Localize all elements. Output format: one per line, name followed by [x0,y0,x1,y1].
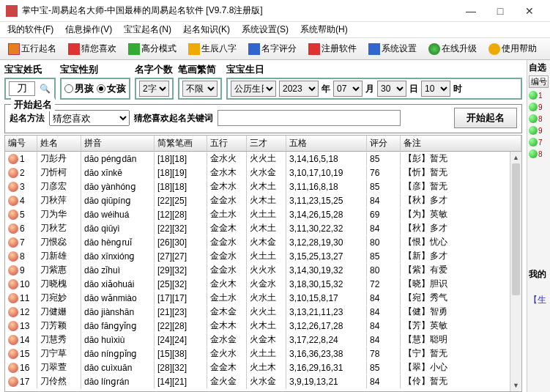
toolbar-icon [8,43,20,55]
ball-item[interactable]: 9 [529,126,543,135]
day-select[interactable]: 30 [377,81,406,97]
close-button[interactable]: ✕ [515,0,544,22]
toolbar-icon [308,43,320,55]
ball-item[interactable]: 8 [529,149,543,158]
month-select[interactable]: 07 [333,81,363,97]
method-select[interactable]: 猜您喜欢 [49,110,130,126]
app-icon [6,5,18,17]
calendar-select[interactable]: 公历生日 [231,81,276,97]
table-row[interactable]: 3刀彦宏dāo yànhónɡ[18][18]金木水火木土3,11,16,8,1… [5,180,521,193]
toolbar-button[interactable]: 注册软件 [303,40,362,57]
start-button[interactable]: 开始起名 [454,108,517,128]
ball-item[interactable]: 8 [529,114,543,123]
row-icon [8,307,18,317]
toolbar-button[interactable]: 五行起名 [3,40,62,57]
radio-female[interactable]: 女孩 [97,82,126,95]
ball-icon [529,114,538,123]
gender-label: 宝宝性别 [60,63,130,76]
table-row[interactable]: 7刀恨惢dāo hènɡruǐ[26][30]金金水火木金3,12,28,19,… [5,235,521,249]
right-col-header: 编号 [529,75,549,88]
column-header[interactable]: 编号 [5,136,37,151]
scrollbar[interactable]: ▲ ▼ [510,152,521,391]
toolbar-button[interactable]: 生辰八字 [183,40,242,57]
column-header[interactable]: 评分 [367,136,401,151]
column-header[interactable]: 拼音 [81,136,155,151]
table-row[interactable]: 16刀翠萱dāo cuìxuān[28][32]金金木火土木3,16,29,16… [5,360,521,374]
keyword-label: 猜您喜欢起名关键词 [134,114,213,122]
menu-item[interactable]: 系统帮助(H) [296,22,352,37]
row-icon [8,321,18,331]
ball-item[interactable]: 1 [529,91,543,100]
scroll-thumb[interactable] [512,163,520,295]
ball-icon [529,126,538,135]
toolbar: 五行起名猜您喜欢高分模式生辰八字名字评分注册软件系统设置在线升级使用帮助 [0,38,550,60]
count-select[interactable]: 2字 [139,81,169,97]
table-row[interactable]: 11刀宛妙dāo wǎnmiào[17][17]金土水火水土3,10,15,8,… [5,291,521,305]
table-row[interactable]: 13刀芳颖dāo fānɡyǐnɡ[22][28]金木木火木土3,12,26,1… [5,319,521,333]
year-select[interactable]: 2023 [279,81,319,97]
stroke-label: 笔画繁简 [178,63,222,76]
table-row[interactable]: 15刀宁草dāo nínɡpǐnɡ[15][38]金火水火土土3,16,36,2… [5,347,521,360]
scroll-up-icon[interactable]: ▲ [510,152,521,163]
right-link[interactable]: 【生 [529,294,549,306]
column-header[interactable]: 三才 [247,136,286,151]
toolbar-icon [368,43,380,55]
birth-label: 宝宝生日 [226,63,522,76]
search-icon[interactable]: 🔍 [38,82,51,95]
table-row[interactable]: 4刀秋萍dāo qiūpínɡ[22][25]金金水火木土3,11,23,15,… [5,193,521,207]
toolbar-icon [488,43,500,55]
surname-input[interactable] [9,81,35,96]
toolbar-button[interactable]: 猜您喜欢 [63,40,122,57]
toolbar-button[interactable]: 使用帮助 [483,40,542,57]
row-icon [8,363,18,373]
ball-icon [529,103,538,111]
toolbar-icon [128,43,140,55]
radio-male[interactable]: 男孩 [64,82,94,95]
table-row[interactable]: 17刀伶然dāo línɡrán[14][21]金火金火水金3,9,19,13,… [5,374,521,388]
toolbar-icon [188,43,200,55]
maximize-button[interactable]: □ [486,0,515,22]
table-row[interactable]: 12刀健姗dāo jiànshān[21][23]金木金火火土3,13,21,1… [5,305,521,319]
table-row[interactable]: 10刀晓槐dāo xiǎohuái[25][32]金火木火金水3,18,30,1… [5,277,521,291]
keyword-input[interactable] [218,110,401,126]
toolbar-button[interactable]: 名字评分 [243,40,302,57]
table-row[interactable]: 14刀慧秀dāo huìxiù[24][24]金水金火金木3,17,22,8,2… [5,333,521,347]
column-header[interactable]: 五格 [286,136,367,151]
table-row[interactable]: 1刀彭丹dāo pénɡdān[18][18]金水火火火土3,14,16,5,1… [5,152,521,166]
table-row[interactable]: 5刀为华dāo wéihuá[12][28]金土水火土土3,14,26,15,2… [5,207,521,221]
ball-icon [529,149,538,158]
row-icon [8,349,18,359]
toolbar-button[interactable]: 系统设置 [363,40,422,57]
scroll-down-icon[interactable]: ▼ [510,380,521,391]
ball-item[interactable]: 7 [529,138,543,147]
menu-item[interactable]: 宝宝起名(N) [119,22,176,37]
hour-select[interactable]: 10 [421,81,450,97]
toolbar-button[interactable]: 在线升级 [423,40,482,57]
row-icon [8,168,18,178]
table-row[interactable]: 9刀紫惠dāo zǐhuì[29][32]金金水火火水3,14,30,19,32… [5,263,521,277]
toolbar-button[interactable]: 高分模式 [123,40,182,57]
results-grid: 编号姓名拼音简繁笔画五行三才五格评分备注 1刀彭丹dāo pénɡdān[18]… [4,135,522,392]
window-title: 掌中宝-周易起名大师-中国最棒的周易起名软件 [V9.7.8注册版] [22,4,456,17]
minimize-button[interactable]: — [456,0,486,22]
column-header[interactable]: 简繁笔画 [155,136,207,151]
surname-label: 宝宝姓氏 [4,63,56,76]
table-row[interactable]: 2刀忻柯dāo xīnkē[18][19]金水木火水金3,10,17,10,19… [5,166,521,180]
ball-item[interactable]: 9 [529,103,543,111]
menu-item[interactable]: 信息操作(V) [61,22,116,37]
menu-item[interactable]: 系统设置(S) [237,22,293,37]
column-header[interactable]: 备注 [401,136,521,151]
stroke-select[interactable]: 不限 [182,81,218,97]
table-row[interactable]: 6刀秋艺dāo qiūyì[22][32]金金木火木土3,11,30,22,32… [5,221,521,235]
menu-item[interactable]: 我的软件(F) [3,22,58,37]
row-icon [8,223,18,234]
column-header[interactable]: 姓名 [37,136,81,151]
table-row[interactable]: 8刀新雄dāo xīnxiónɡ[27][27]金金水火土土3,15,25,13… [5,249,521,263]
row-icon [8,293,18,303]
column-header[interactable]: 五行 [207,136,247,151]
row-icon [8,377,18,387]
row-icon [8,279,18,289]
method-label: 起名方法 [10,114,45,122]
menu-item[interactable]: 起名知识(K) [179,22,234,37]
ball-icon [529,91,538,100]
